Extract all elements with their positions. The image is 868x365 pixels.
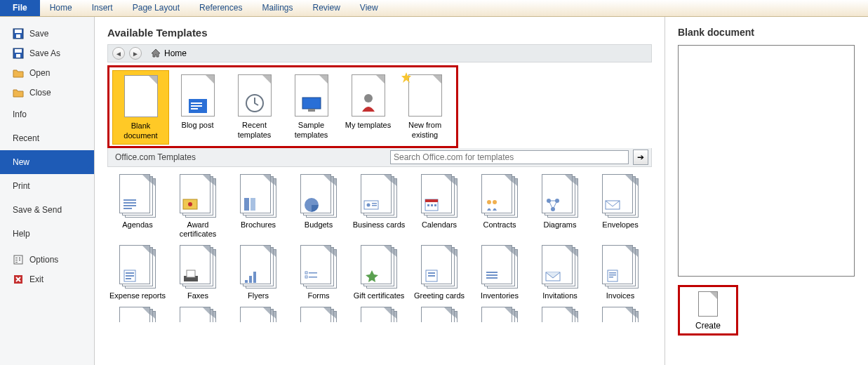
category-partial[interactable] [409, 304, 469, 328]
category-partial[interactable] [168, 304, 228, 328]
category-label: Greeting cards [410, 291, 468, 301]
sidebar-new[interactable]: New [0, 150, 94, 174]
template-label: Blog post [171, 121, 225, 131]
tab-file[interactable]: File [0, 0, 40, 16]
svg-rect-31 [372, 203, 377, 204]
sidebar-label: Save As [29, 48, 60, 58]
sidebar-help[interactable]: Help [0, 222, 94, 246]
sidebar-print[interactable]: Print [0, 174, 94, 198]
exit-icon [13, 274, 24, 285]
tab-page-layout[interactable]: Page Layout [123, 0, 189, 16]
preview-document [678, 45, 855, 277]
sidebar-open[interactable]: Open [0, 63, 94, 83]
tab-home[interactable]: Home [40, 0, 82, 16]
category-label: Gift certificates [350, 291, 408, 301]
svg-rect-67 [609, 277, 613, 278]
search-templates-input[interactable] [390, 150, 629, 164]
category-agendas[interactable]: Agendas [107, 171, 168, 243]
template-label: Blank document [114, 121, 167, 141]
create-button[interactable]: Create [678, 285, 738, 336]
category-business-cards[interactable]: Business cards [349, 171, 409, 243]
svg-rect-23 [123, 205, 136, 206]
blog-post-thumb [181, 74, 215, 117]
svg-rect-28 [251, 198, 255, 211]
category-forms[interactable]: Forms [288, 242, 349, 304]
sidebar-label: Close [29, 88, 51, 98]
template-new-from-existing[interactable]: New from existing [396, 70, 453, 145]
search-go-button[interactable]: ➔ [633, 150, 648, 165]
svg-rect-4 [15, 49, 22, 53]
sidebar-save-as[interactable]: Save As [0, 44, 94, 63]
sidebar-save[interactable]: Save [0, 24, 94, 44]
tab-view[interactable]: View [350, 0, 388, 16]
category-contracts[interactable]: Contracts [469, 171, 530, 243]
sidebar-options[interactable]: Options [0, 250, 94, 270]
category-label: Agendas [109, 220, 166, 230]
category-calendars[interactable]: Calendars [409, 171, 469, 243]
svg-rect-56 [309, 277, 317, 278]
svg-rect-34 [425, 199, 438, 202]
nav-forward-button[interactable]: ► [129, 47, 142, 60]
category-flyers[interactable]: Flyers [228, 242, 288, 304]
breadcrumb-home[interactable]: Home [150, 48, 187, 59]
category-partial[interactable] [590, 304, 650, 328]
sidebar-exit[interactable]: Exit [0, 270, 94, 289]
tab-insert[interactable]: Insert [82, 0, 123, 16]
category-envelopes[interactable]: Envelopes [590, 171, 650, 243]
svg-rect-32 [372, 205, 377, 206]
category-invoices[interactable]: Invoices [590, 242, 650, 304]
category-faxes[interactable]: Faxes [168, 242, 228, 304]
category-label: Invitations [531, 291, 589, 301]
category-expense-reports[interactable]: Expense reports [107, 242, 168, 304]
template-recent[interactable]: Recent templates [226, 70, 283, 145]
category-inventories[interactable]: Inventories [469, 242, 530, 304]
tab-mailings[interactable]: Mailings [252, 0, 302, 16]
svg-rect-47 [126, 278, 131, 279]
nav-back-button[interactable]: ◄ [112, 47, 125, 60]
sidebar-info[interactable]: Info [0, 102, 94, 126]
svg-rect-15 [191, 105, 202, 107]
svg-rect-27 [244, 198, 249, 211]
category-partial[interactable] [469, 304, 530, 328]
svg-rect-50 [245, 280, 248, 283]
category-award-certificates[interactable]: Award certificates [168, 171, 228, 243]
category-diagrams[interactable]: Diagrams [530, 171, 590, 243]
svg-point-38 [487, 200, 491, 204]
template-blank-document[interactable]: Blank document [112, 70, 169, 145]
template-sample[interactable]: Sample templates [283, 70, 340, 145]
svg-rect-35 [427, 204, 429, 206]
svg-point-11 [19, 260, 20, 261]
svg-rect-60 [486, 272, 498, 273]
template-my-templates[interactable]: My templates [340, 70, 396, 145]
svg-rect-36 [431, 204, 433, 206]
svg-rect-16 [191, 108, 198, 109]
ribbon-tabs: File Home Insert Page Layout References … [0, 0, 868, 17]
my-templates-thumb [352, 74, 385, 117]
category-invitations[interactable]: Invitations [530, 242, 590, 304]
category-label: Award certificates [169, 220, 227, 240]
svg-rect-66 [609, 274, 616, 276]
tab-references[interactable]: References [189, 0, 252, 16]
category-partial[interactable] [530, 304, 590, 328]
sidebar-close[interactable]: Close [0, 83, 94, 102]
breadcrumb-label: Home [164, 48, 187, 58]
category-partial[interactable] [288, 304, 349, 328]
office-templates-label: Office.com Templates [111, 151, 200, 164]
breadcrumb-bar: ◄ ► Home [107, 44, 652, 62]
category-partial[interactable] [107, 304, 168, 328]
category-budgets[interactable]: Budgets [288, 171, 349, 243]
sidebar-recent[interactable]: Recent [0, 126, 94, 150]
tab-review[interactable]: Review [302, 0, 349, 16]
category-brochures[interactable]: Brochures [228, 171, 288, 243]
close-folder-icon [13, 87, 24, 98]
sidebar-save-send[interactable]: Save & Send [0, 198, 94, 222]
svg-rect-9 [15, 262, 18, 263]
create-label: Create [695, 321, 721, 331]
category-greeting-cards[interactable]: Greeting cards [409, 242, 469, 304]
category-partial[interactable] [349, 304, 409, 328]
category-gift-certificates[interactable]: Gift certificates [349, 242, 409, 304]
svg-rect-59 [428, 275, 435, 277]
template-blog-post[interactable]: Blog post [169, 70, 226, 145]
category-partial[interactable] [228, 304, 288, 328]
svg-rect-37 [434, 204, 436, 206]
